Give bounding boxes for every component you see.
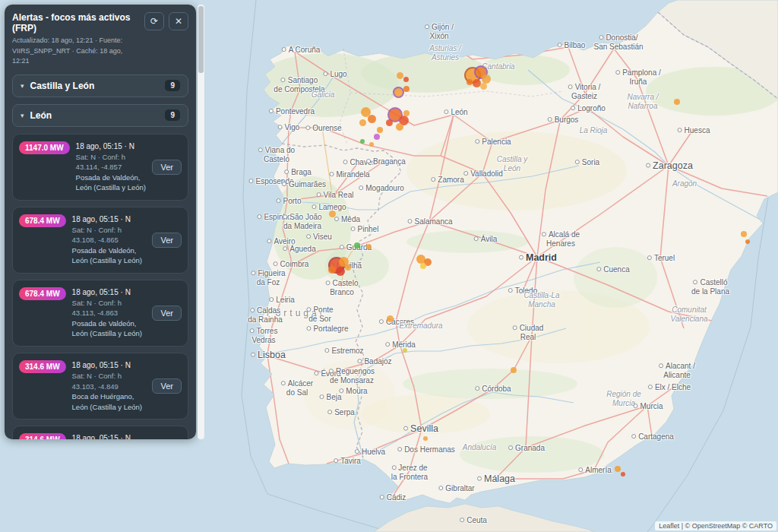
frp-power-badge: 314.6 MW <box>19 433 66 439</box>
alert-location: Boca de Huérgano, León (Castilla y León) <box>72 391 147 412</box>
alert-info: 18 ago, 05:15 · NSat: N · Conf: h43.114,… <box>76 141 147 193</box>
panel-scrollbar[interactable] <box>198 5 204 439</box>
section-label: León <box>30 110 160 121</box>
section-leon[interactable]: ▾ León 9 <box>12 104 188 127</box>
panel-actions: ⟳ ✕ <box>144 12 188 67</box>
alert-satellite: Sat: N · Conf: h <box>72 371 147 381</box>
count-badge: 9 <box>165 80 180 91</box>
panel-header: Alertas - focos más activos (FRP) Actual… <box>12 12 188 67</box>
count-badge: 9 <box>165 109 180 121</box>
alert-satellite: Sat: N · Conf: h <box>72 225 147 235</box>
close-icon: ✕ <box>175 16 182 27</box>
alert-coordinates: 43.114, -4.857 <box>76 162 147 172</box>
alert-coordinates: 43.108, -4.865 <box>72 235 147 245</box>
panel-subtitle: Actualizado: 18 ago, 12:21 · Fuente: VII… <box>12 36 138 67</box>
alert-location: Posada de Valdeón, León (Castilla y León… <box>76 173 147 193</box>
panel-titles: Alertas - focos más activos (FRP) Actual… <box>12 12 138 67</box>
section-label: Castilla y León <box>30 81 160 91</box>
view-alert-button[interactable]: Ver <box>152 306 182 321</box>
alert-location: Posada de Valdeón, León (Castilla y León… <box>72 318 147 339</box>
alert-location: Posada de Valdeón, León (Castilla y León… <box>72 245 147 266</box>
alert-coordinates: 43.113, -4.863 <box>72 308 147 318</box>
alert-time: 18 ago, 05:15 · N <box>72 214 147 225</box>
alert-info: 18 ago, 05:15 · NSat: N · Conf: h43.108,… <box>72 433 147 439</box>
alert-time: 18 ago, 05:15 · N <box>76 141 147 152</box>
alert-list: 1147.0 MW18 ago, 05:15 · NSat: N · Conf:… <box>12 134 188 440</box>
alerts-panel: Alertas - focos más activos (FRP) Actual… <box>5 5 196 439</box>
alert-satellite: Sat: N · Conf: h <box>76 152 147 162</box>
view-alert-button[interactable]: Ver <box>152 233 182 248</box>
alert-card: 678.4 MW18 ago, 05:15 · NSat: N · Conf: … <box>12 207 188 274</box>
alert-info: 18 ago, 05:15 · NSat: N · Conf: h43.103,… <box>72 360 147 412</box>
alert-satellite: Sat: N · Conf: h <box>72 298 147 308</box>
alert-time: 18 ago, 05:15 · N <box>72 360 147 371</box>
refresh-button[interactable]: ⟳ <box>144 12 164 30</box>
alert-card: 314.6 MW18 ago, 05:15 · NSat: N · Conf: … <box>12 426 188 439</box>
alert-time: 18 ago, 05:15 · N <box>72 433 147 439</box>
frp-power-badge: 314.6 MW <box>19 360 66 373</box>
frp-power-badge: 678.4 MW <box>19 287 66 300</box>
view-alert-button[interactable]: Ver <box>152 160 182 175</box>
scrollbar-thumb[interactable] <box>198 6 204 73</box>
view-alert-button[interactable]: Ver <box>152 378 182 394</box>
section-castilla-y-leon[interactable]: ▾ Castilla y León 9 <box>12 74 188 97</box>
frp-power-badge: 1147.0 MW <box>19 141 70 154</box>
alert-info: 18 ago, 05:15 · NSat: N · Conf: h43.108,… <box>72 214 147 266</box>
frp-power-badge: 678.4 MW <box>19 214 66 227</box>
refresh-icon: ⟳ <box>150 16 158 27</box>
chevron-down-icon: ▾ <box>21 112 24 119</box>
alert-coordinates: 43.103, -4.849 <box>72 382 147 391</box>
close-button[interactable]: ✕ <box>169 12 188 30</box>
chevron-down-icon: ▾ <box>21 82 24 90</box>
alert-card: 314.6 MW18 ago, 05:15 · NSat: N · Conf: … <box>12 353 188 420</box>
alert-info: 18 ago, 05:15 · NSat: N · Conf: h43.113,… <box>72 287 147 339</box>
panel-title: Alertas - focos más activos (FRP) <box>12 12 138 33</box>
alert-card: 678.4 MW18 ago, 05:15 · NSat: N · Conf: … <box>12 280 188 347</box>
alert-time: 18 ago, 05:15 · N <box>72 287 147 298</box>
map-attribution: Leaflet | © OpenStreetMap © CARTO <box>655 521 776 530</box>
alert-card: 1147.0 MW18 ago, 05:15 · NSat: N · Conf:… <box>12 134 188 201</box>
